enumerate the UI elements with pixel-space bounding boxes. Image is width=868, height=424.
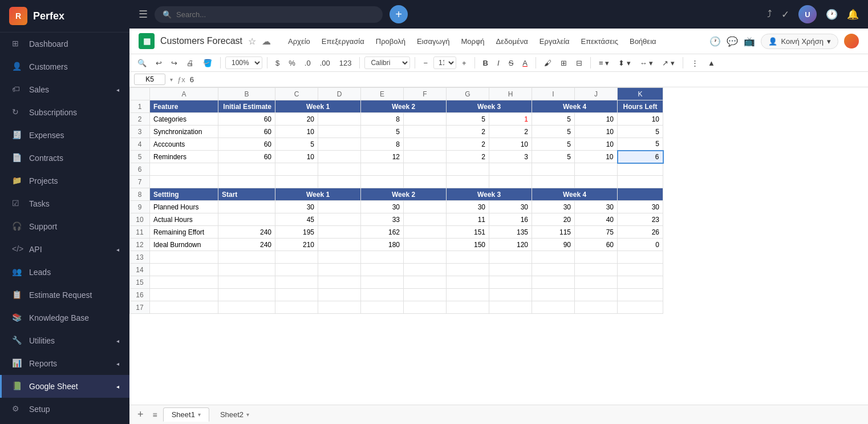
col-header-g[interactable]: G <box>447 88 489 100</box>
currency-btn[interactable]: $ <box>272 57 283 69</box>
cell-e3[interactable]: 5 <box>361 126 404 138</box>
sidebar-item-utilities[interactable]: 🔧 Utilities ◂ <box>0 329 129 352</box>
bold-btn[interactable]: B <box>480 57 492 69</box>
cell-g4[interactable]: 2 <box>447 138 489 151</box>
cell-g9[interactable]: 30 <box>447 201 489 213</box>
sidebar-item-estimate-request[interactable]: 📋 Estimate Request <box>0 284 129 306</box>
cell-d12[interactable] <box>318 239 361 251</box>
cell-d10[interactable] <box>318 213 361 226</box>
sidebar-item-reports[interactable]: 📊 Reports ◂ <box>0 352 129 375</box>
sidebar-item-knowledge-base[interactable]: 📚 Knowledge Base <box>0 306 129 329</box>
menu-view[interactable]: Προβολή <box>370 35 411 48</box>
view-icon[interactable]: 📺 <box>744 36 755 47</box>
cell-k11[interactable]: 26 <box>618 226 663 239</box>
cell-e10[interactable]: 33 <box>361 213 404 226</box>
redo-btn[interactable]: ↪ <box>168 57 181 69</box>
cell-i5[interactable]: 5 <box>532 151 575 163</box>
sheet2-dropdown-arrow[interactable]: ▾ <box>246 411 249 418</box>
cell-e4[interactable]: 8 <box>361 138 404 151</box>
cell-h4[interactable]: 10 <box>489 138 532 151</box>
cell-c12[interactable]: 210 <box>275 239 318 251</box>
cell-j3[interactable]: 10 <box>575 126 618 138</box>
add-button[interactable]: + <box>390 5 408 23</box>
cell-d5[interactable] <box>318 151 361 163</box>
cell-k4[interactable]: 5 <box>618 138 663 151</box>
zoom-selector[interactable]: 100% <box>225 56 262 69</box>
comment-icon[interactable]: 💬 <box>727 36 738 47</box>
cell-a3[interactable]: Synchronization <box>150 126 218 138</box>
history-icon[interactable]: 🕐 <box>826 9 838 21</box>
cell-f4[interactable] <box>404 138 447 151</box>
cell-a13[interactable] <box>150 251 218 264</box>
sidebar-item-expenses[interactable]: 🧾 Expenses <box>0 124 129 147</box>
cell-h10[interactable]: 16 <box>489 213 532 226</box>
sidebar-item-support[interactable]: 🎧 Support <box>0 215 129 238</box>
sharing-button[interactable]: 👤 Κοινή Χρήση ▾ <box>761 34 838 49</box>
cell-j11[interactable]: 75 <box>575 226 618 239</box>
menu-tools[interactable]: Εργαλεία <box>534 35 575 48</box>
cell-c3[interactable]: 10 <box>275 126 318 138</box>
cell-a6[interactable] <box>150 163 218 176</box>
cell-k8[interactable] <box>618 188 663 201</box>
cell-j10[interactable]: 40 <box>575 213 618 226</box>
cell-f3[interactable] <box>404 126 447 138</box>
cell-b1[interactable]: Initial Estimate <box>218 100 275 113</box>
cell-b10[interactable] <box>218 213 275 226</box>
col-header-b[interactable]: B <box>218 88 275 100</box>
cell-f12[interactable] <box>404 239 447 251</box>
cell-d4[interactable] <box>318 138 361 151</box>
cell-j5[interactable]: 10 <box>575 151 618 163</box>
cell-c9[interactable]: 30 <box>275 201 318 213</box>
cell-g10[interactable]: 11 <box>447 213 489 226</box>
grid-area[interactable]: A B C D E F G H I J K <box>129 87 868 405</box>
print-btn[interactable]: 🖨 <box>183 57 197 69</box>
cell-j7[interactable] <box>575 176 618 188</box>
history-icon2[interactable]: 🕐 <box>709 36 721 47</box>
cell-i6[interactable] <box>532 163 575 176</box>
cell-a10[interactable]: Actual Hours <box>150 213 218 226</box>
cell-b5[interactable]: 60 <box>218 151 275 163</box>
cell-g5[interactable]: 2 <box>447 151 489 163</box>
sidebar-item-api[interactable]: </> API ◂ <box>0 238 129 261</box>
menu-edit[interactable]: Επεξεργασία <box>316 35 370 48</box>
cell-c7[interactable] <box>275 176 318 188</box>
cell-i9[interactable]: 30 <box>532 201 575 213</box>
cell-f11[interactable] <box>404 226 447 239</box>
check-icon[interactable]: ✓ <box>781 9 789 21</box>
highlight-btn[interactable]: 🖌 <box>541 57 555 69</box>
menu-data[interactable]: Δεδομένα <box>490 35 534 48</box>
cell-a7[interactable] <box>150 176 218 188</box>
cell-h3[interactable]: 2 <box>489 126 532 138</box>
h-align-btn[interactable]: ≡ ▾ <box>595 57 613 69</box>
menu-insert[interactable]: Εισαγωγή <box>411 35 455 48</box>
collapse-btn[interactable]: ▲ <box>704 57 719 69</box>
cell-j9[interactable]: 30 <box>575 201 618 213</box>
cell-e12[interactable]: 180 <box>361 239 404 251</box>
cell-a12[interactable]: Ideal Burndown <box>150 239 218 251</box>
cell-i7[interactable] <box>532 176 575 188</box>
cell-c6[interactable] <box>275 163 318 176</box>
cell-i8[interactable]: Week 4 <box>532 188 618 201</box>
cell-e5[interactable]: 12 <box>361 151 404 163</box>
sidebar-item-projects[interactable]: 📁 Projects <box>0 169 129 192</box>
cell-b9[interactable] <box>218 201 275 213</box>
more-btn[interactable]: ⋮ <box>688 57 702 69</box>
cell-c11[interactable]: 195 <box>275 226 318 239</box>
font-size-selector[interactable]: 11 <box>433 56 456 69</box>
cell-j2[interactable]: 10 <box>575 113 618 126</box>
cell-e9[interactable]: 30 <box>361 201 404 213</box>
cell-d7[interactable] <box>318 176 361 188</box>
cell-h7[interactable] <box>489 176 532 188</box>
cell-h6[interactable] <box>489 163 532 176</box>
cell-a1[interactable]: Feature <box>150 100 218 113</box>
cell-f7[interactable] <box>404 176 447 188</box>
star-icon[interactable]: ☆ <box>248 36 256 47</box>
cell-a17[interactable] <box>150 301 218 314</box>
cell-a5[interactable]: Reminders <box>150 151 218 163</box>
cell-h12[interactable]: 120 <box>489 239 532 251</box>
font-selector[interactable]: Calibri <box>364 56 410 69</box>
formula-input[interactable] <box>190 75 863 84</box>
cell-f2[interactable] <box>404 113 447 126</box>
cell-b6[interactable] <box>218 163 275 176</box>
cell-a15[interactable] <box>150 276 218 289</box>
